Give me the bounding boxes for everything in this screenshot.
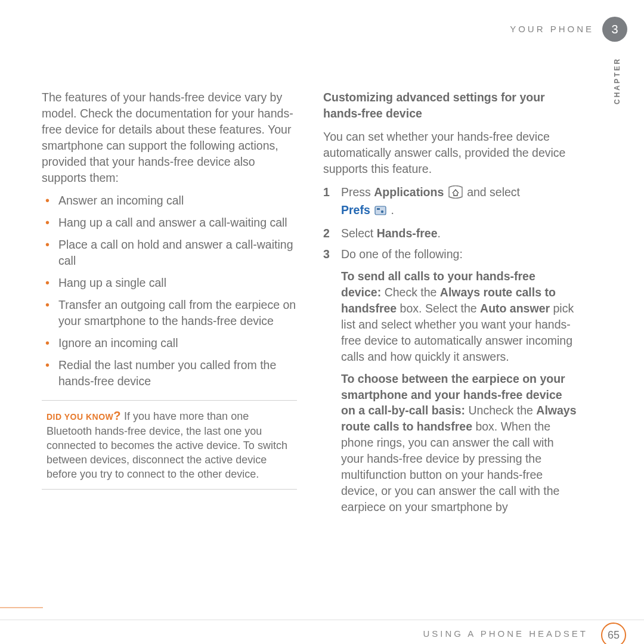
left-column: The features of your hands-free device v… (42, 89, 297, 515)
handsfree-label: Hands-free (377, 227, 438, 240)
page-number-badge: 65 (601, 623, 626, 644)
step-text: Press (341, 185, 374, 199)
option-a-text: Check the (385, 286, 440, 299)
step-2: 2 Select Hands-free. (323, 225, 578, 242)
list-item: Hang up a call and answer a call-waiting… (42, 215, 297, 231)
header-section-label: YOUR PHONE (510, 24, 594, 34)
content-columns: The features of your hands-free device v… (42, 89, 578, 515)
step-text: and select (467, 185, 520, 199)
svg-point-2 (381, 210, 383, 213)
feature-list: Answer an incoming call Hang up a call a… (42, 193, 297, 389)
step-number: 2 (323, 225, 330, 242)
section-intro: You can set whether your hands-free devi… (323, 129, 578, 177)
intro-paragraph: The features of your hands-free device v… (42, 89, 297, 185)
step-number: 3 (323, 246, 330, 262)
list-item: Hang up a single call (42, 275, 297, 291)
did-you-know-box: DID YOU KNOW? If you have more than one … (42, 400, 297, 490)
step-3: 3 Do one of the following: (323, 246, 578, 262)
step-number: 1 (323, 184, 330, 200)
tip-question-mark: ? (113, 409, 121, 422)
steps-list: 1 Press Applications and select Prefs . … (323, 184, 578, 263)
tip-prefix: DID YOU KNOW (47, 412, 113, 422)
prefs-icon (373, 205, 388, 221)
applications-label: Applications (374, 185, 444, 199)
step-1: 1 Press Applications and select Prefs . (323, 184, 578, 221)
prefs-label: Prefs (341, 203, 370, 216)
chapter-number-badge: 3 (602, 17, 627, 42)
svg-rect-1 (377, 208, 380, 210)
section-heading: Customizing advanced settings for your h… (323, 89, 578, 122)
option-b-text: Uncheck the (469, 404, 537, 417)
svg-rect-0 (375, 206, 386, 215)
step-text: Do one of the following: (341, 247, 463, 261)
step-text: Select (341, 227, 377, 240)
step-text: . (388, 203, 394, 216)
step-text: . (438, 227, 441, 240)
option-block-a: To send all calls to your hands-free dev… (323, 268, 578, 364)
list-item: Place a call on hold and answer a call-w… (42, 237, 297, 269)
option-block-b: To choose between the earpiece on your s… (323, 371, 578, 515)
list-item: Redial the last number you called from t… (42, 357, 297, 389)
right-column: Customizing advanced settings for your h… (323, 89, 578, 515)
option-a-text: box. Select the (397, 302, 480, 315)
footer-accent-rule (0, 607, 43, 608)
list-item: Answer an incoming call (42, 193, 297, 209)
footer-section-label: USING A PHONE HEADSET (423, 628, 588, 639)
option-b-text: box. When the phone rings, you can answe… (341, 420, 559, 513)
chapter-side-label: CHAPTER (613, 57, 621, 104)
list-item: Ignore an incoming call (42, 335, 297, 351)
home-icon (447, 185, 464, 203)
list-item: Transfer an outgoing call from the earpi… (42, 297, 297, 329)
page-footer: USING A PHONE HEADSET 65 (0, 620, 644, 626)
page: YOUR PHONE 3 CHAPTER The features of you… (0, 0, 644, 644)
auto-answer-label: Auto answer (480, 302, 550, 315)
